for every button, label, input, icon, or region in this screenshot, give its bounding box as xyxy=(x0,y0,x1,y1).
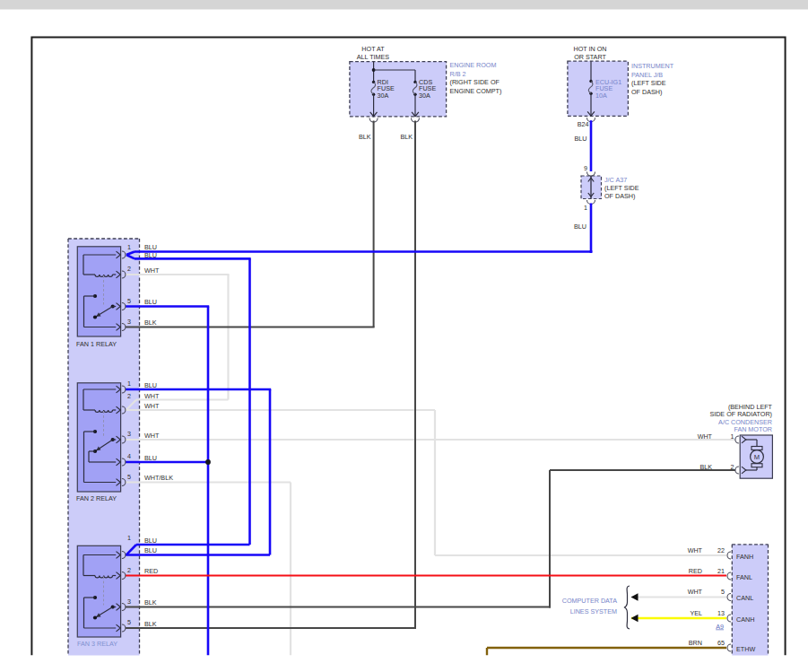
svg-text:ENGINE ROOM: ENGINE ROOM xyxy=(450,61,497,69)
svg-text:22: 22 xyxy=(717,546,725,554)
svg-text:5: 5 xyxy=(127,618,131,626)
svg-text:M: M xyxy=(754,453,760,461)
svg-text:PANEL J/B: PANEL J/B xyxy=(631,71,663,79)
svg-text:INSTRUMENT: INSTRUMENT xyxy=(631,62,674,70)
svg-text:BLU: BLU xyxy=(144,251,157,259)
svg-text:2: 2 xyxy=(127,392,131,400)
svg-text:BLK: BLK xyxy=(359,133,371,141)
svg-text:BLU: BLU xyxy=(144,454,157,462)
svg-text:4: 4 xyxy=(127,452,131,460)
svg-text:65: 65 xyxy=(717,639,725,647)
svg-text:5: 5 xyxy=(127,297,131,305)
svg-text:FANL: FANL xyxy=(736,573,752,581)
svg-text:3: 3 xyxy=(127,430,131,438)
svg-text:1: 1 xyxy=(731,432,734,441)
svg-text:WHT: WHT xyxy=(688,546,703,554)
svg-text:1: 1 xyxy=(127,380,131,388)
svg-text:10A: 10A xyxy=(595,92,607,100)
svg-text:R/B 2: R/B 2 xyxy=(450,70,466,78)
svg-text:FAN 3 RELAY: FAN 3 RELAY xyxy=(77,640,117,648)
svg-text:BLU: BLU xyxy=(575,135,587,143)
svg-text:BLU: BLU xyxy=(574,223,586,231)
svg-text:BLU: BLU xyxy=(144,381,157,389)
svg-text:BLU: BLU xyxy=(144,537,157,545)
svg-text:BLK: BLK xyxy=(144,598,157,607)
svg-text:13: 13 xyxy=(717,609,725,617)
svg-text:WHT: WHT xyxy=(698,432,713,441)
svg-text:B24: B24 xyxy=(578,120,589,128)
svg-text:FAN MOTOR: FAN MOTOR xyxy=(734,425,772,433)
svg-text:RED: RED xyxy=(144,567,158,575)
svg-text:LINES SYSTEM: LINES SYSTEM xyxy=(570,607,617,615)
svg-text:CANL: CANL xyxy=(736,594,753,602)
svg-text:ETHW: ETHW xyxy=(736,645,755,653)
svg-text:A9: A9 xyxy=(716,623,724,631)
svg-text:2: 2 xyxy=(731,463,734,471)
svg-text:WHT: WHT xyxy=(144,266,160,275)
svg-text:OF DASH): OF DASH) xyxy=(604,192,635,200)
svg-text:YEL: YEL xyxy=(690,609,702,617)
svg-text:2: 2 xyxy=(127,265,131,273)
svg-text:BLU: BLU xyxy=(144,298,157,306)
svg-text:RED: RED xyxy=(689,567,702,575)
svg-text:ALL TIMES: ALL TIMES xyxy=(357,53,390,61)
svg-text:30A: 30A xyxy=(419,92,430,100)
svg-text:OR START: OR START xyxy=(574,53,606,61)
svg-text:WHT: WHT xyxy=(144,432,160,440)
svg-text:BLU: BLU xyxy=(144,243,157,251)
svg-text:BLK: BLK xyxy=(144,319,157,327)
svg-text:FAN 1 RELAY: FAN 1 RELAY xyxy=(76,340,117,348)
svg-text:COMPUTER DATA: COMPUTER DATA xyxy=(562,597,617,605)
svg-text:WHT/BLK: WHT/BLK xyxy=(144,474,173,482)
svg-text:ENGINE COMPT): ENGINE COMPT) xyxy=(450,87,502,95)
svg-text:WHT: WHT xyxy=(144,402,160,410)
svg-text:1: 1 xyxy=(127,534,131,542)
svg-text:J/C A37: J/C A37 xyxy=(604,176,627,184)
svg-text:BLK: BLK xyxy=(144,620,157,628)
svg-text:2: 2 xyxy=(127,566,131,574)
svg-text:WHT: WHT xyxy=(144,392,160,400)
svg-text:OF DASH): OF DASH) xyxy=(631,88,662,96)
svg-text:BLK: BLK xyxy=(400,133,413,141)
svg-text:(RIGHT SIDE OF: (RIGHT SIDE OF xyxy=(450,78,500,86)
svg-text:1: 1 xyxy=(127,243,131,251)
svg-text:3: 3 xyxy=(127,318,131,326)
svg-text:(LEFT SIDE: (LEFT SIDE xyxy=(631,79,666,87)
svg-text:HOT AT: HOT AT xyxy=(361,45,385,53)
svg-text:21: 21 xyxy=(717,567,725,575)
svg-text:WHT: WHT xyxy=(688,588,703,596)
svg-text:BRN: BRN xyxy=(689,639,702,647)
svg-text:1: 1 xyxy=(584,204,587,212)
svg-text:CANH: CANH xyxy=(736,615,754,624)
svg-text:9: 9 xyxy=(584,164,587,172)
svg-text:5: 5 xyxy=(721,588,725,596)
svg-text:3: 3 xyxy=(127,598,131,606)
svg-text:FANH: FANH xyxy=(736,553,753,561)
svg-text:5: 5 xyxy=(127,473,131,481)
svg-text:BLK: BLK xyxy=(699,463,712,471)
svg-text:30A: 30A xyxy=(378,92,389,100)
svg-text:(LEFT SIDE: (LEFT SIDE xyxy=(604,184,639,192)
svg-text:BLU: BLU xyxy=(144,546,157,554)
svg-text:FAN 2 RELAY: FAN 2 RELAY xyxy=(76,494,117,502)
